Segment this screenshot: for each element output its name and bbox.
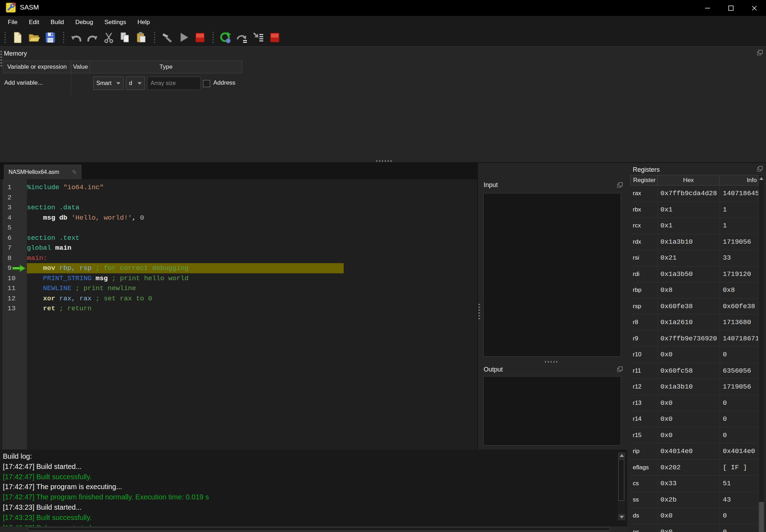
toolbar-separator-handle[interactable] bbox=[4, 32, 6, 43]
build-log-hscrollbar[interactable] bbox=[0, 526, 627, 532]
maximize-button[interactable] bbox=[719, 0, 743, 16]
address-checkbox[interactable] bbox=[203, 80, 210, 87]
register-row: rbp0x80x8 bbox=[630, 282, 758, 299]
line-number: 6 bbox=[2, 233, 27, 243]
run-button[interactable] bbox=[175, 30, 192, 45]
registers-col-hex[interactable]: Hex bbox=[658, 175, 720, 186]
memory-mode-select[interactable]: Smart bbox=[93, 77, 124, 90]
register-name: rbp bbox=[630, 282, 658, 298]
register-row: cs0x3351 bbox=[630, 476, 758, 492]
code-line[interactable]: NEWLINE ; print newline bbox=[27, 283, 477, 294]
build-log-hscroll-thumb[interactable] bbox=[27, 527, 610, 531]
add-variable-field[interactable]: Add variable... bbox=[4, 79, 43, 86]
memory-col-variable[interactable]: Variable or expression bbox=[3, 61, 71, 73]
paste-button[interactable] bbox=[133, 30, 150, 45]
register-name: r14 bbox=[630, 411, 658, 427]
debug-button[interactable] bbox=[218, 30, 234, 45]
code-line[interactable]: section .text bbox=[27, 233, 477, 243]
undo-button[interactable] bbox=[68, 30, 84, 45]
code-line[interactable]: %include "io64.inc" bbox=[27, 182, 477, 193]
code-line[interactable]: xor rax, rax ; set rax to 0 bbox=[27, 294, 477, 304]
registers-undock-icon[interactable] bbox=[757, 166, 763, 172]
memory-add-row: Add variable... Smart d Address bbox=[3, 73, 244, 95]
output-textarea[interactable] bbox=[483, 376, 621, 446]
redo-button[interactable] bbox=[84, 30, 101, 45]
copy-button[interactable] bbox=[117, 30, 133, 45]
input-output-splitter-handle[interactable] bbox=[545, 361, 559, 363]
code-line[interactable]: msg db 'Hello, world!', 0 bbox=[27, 213, 477, 223]
menu-settings[interactable]: Settings bbox=[99, 19, 132, 26]
registers-table-header: Register Hex Info bbox=[630, 175, 758, 186]
memory-col-type[interactable]: Type bbox=[90, 61, 242, 73]
register-hex-value: 0x0 bbox=[658, 347, 720, 363]
registers-col-register[interactable]: Register bbox=[630, 175, 658, 186]
code-line[interactable]: mov rbp, rsp ; for correct debugging bbox=[27, 263, 477, 273]
menu-build[interactable]: Build bbox=[45, 19, 70, 26]
io-splitter-handle[interactable] bbox=[478, 304, 480, 320]
code-line[interactable]: main: bbox=[27, 253, 477, 264]
stop-debug-button[interactable] bbox=[266, 30, 283, 45]
open-file-button[interactable] bbox=[26, 30, 42, 45]
build-log-vscrollbar[interactable] bbox=[618, 452, 625, 520]
step-over-button[interactable] bbox=[234, 30, 250, 45]
register-name: r10 bbox=[630, 347, 658, 363]
register-name: r11 bbox=[630, 363, 658, 379]
memory-format-select[interactable]: d bbox=[126, 77, 145, 90]
close-button[interactable] bbox=[743, 0, 766, 16]
line-number: 3 bbox=[2, 203, 27, 213]
register-name: rsi bbox=[630, 250, 658, 266]
scroll-up-icon[interactable] bbox=[759, 177, 764, 180]
new-file-button[interactable] bbox=[10, 30, 26, 45]
column-divider bbox=[71, 73, 71, 95]
register-row: rsp0x60fe380x60fe38 bbox=[630, 299, 758, 315]
register-hex-value: 0x0 bbox=[658, 524, 720, 532]
memory-splitter-handle[interactable] bbox=[376, 160, 393, 162]
menu-debug[interactable]: Debug bbox=[70, 19, 99, 26]
register-row: rcx0x11 bbox=[630, 218, 758, 234]
registers-scrollbar[interactable] bbox=[758, 175, 765, 532]
line-number: 7 bbox=[2, 243, 27, 253]
code-line[interactable]: PRINT_STRING msg ; print hello world bbox=[27, 273, 477, 284]
scroll-down-button[interactable] bbox=[618, 514, 625, 520]
scroll-up-button[interactable] bbox=[618, 452, 625, 459]
register-name: eflags bbox=[630, 460, 658, 476]
code-token: global bbox=[27, 244, 51, 252]
toolbar-separator-handle[interactable] bbox=[154, 32, 156, 43]
memory-drag-handle[interactable] bbox=[0, 51, 2, 67]
registers-col-info[interactable]: Info bbox=[720, 175, 758, 186]
toolbar-separator-handle[interactable] bbox=[212, 32, 214, 43]
register-info-value: 140718671 bbox=[720, 331, 758, 347]
save-button[interactable] bbox=[42, 30, 58, 45]
code-line[interactable]: ret ; return bbox=[27, 304, 477, 314]
tab-nasmhellox64[interactable]: NASMHellox64.asm ✎ bbox=[4, 165, 81, 179]
code-area[interactable]: %include "io64.inc" section .data msg db… bbox=[27, 179, 477, 449]
code-line[interactable] bbox=[27, 223, 477, 233]
code-line[interactable]: section .data bbox=[27, 203, 477, 213]
build-button[interactable] bbox=[159, 30, 175, 45]
toolbar-separator-handle[interactable] bbox=[63, 32, 64, 43]
step-over-icon bbox=[236, 31, 248, 44]
address-checkbox-label: Address bbox=[213, 79, 235, 86]
memory-col-value[interactable]: Value bbox=[71, 61, 90, 73]
menu-help[interactable]: Help bbox=[132, 19, 156, 26]
input-undock-icon[interactable] bbox=[617, 182, 623, 188]
array-size-input[interactable] bbox=[147, 77, 201, 90]
line-number-gutter: 12345678910111213 bbox=[2, 179, 27, 449]
output-undock-icon[interactable] bbox=[617, 366, 623, 372]
cut-button[interactable] bbox=[101, 30, 117, 45]
code-line[interactable]: global main bbox=[27, 243, 477, 253]
register-hex-value: 0x21 bbox=[658, 250, 720, 266]
build-log-scroll-thumb[interactable] bbox=[618, 459, 624, 501]
code-line[interactable] bbox=[27, 193, 477, 203]
stop-button[interactable] bbox=[192, 30, 208, 45]
menu-edit[interactable]: Edit bbox=[23, 19, 45, 26]
memory-undock-icon[interactable] bbox=[757, 50, 763, 56]
step-into-button[interactable] bbox=[250, 30, 266, 45]
registers-scroll-thumb[interactable] bbox=[759, 502, 764, 532]
code-editor[interactable]: 12345678910111213 %include "io64.inc" se… bbox=[0, 179, 477, 449]
register-info-value: [ IF ] bbox=[720, 460, 758, 476]
menu-file[interactable]: File bbox=[2, 19, 23, 26]
minimize-button[interactable] bbox=[696, 0, 719, 16]
register-name: ss bbox=[630, 492, 658, 508]
input-textarea[interactable] bbox=[483, 193, 621, 357]
